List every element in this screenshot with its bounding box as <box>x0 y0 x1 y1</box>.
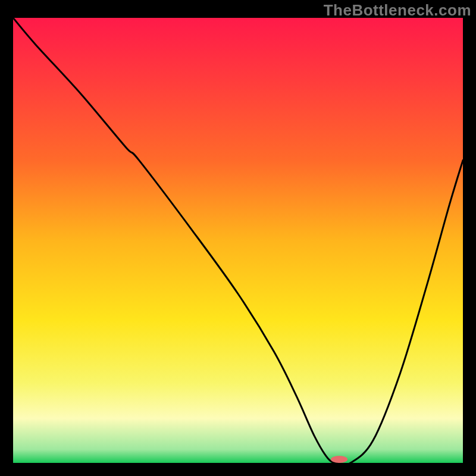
watermark-text: TheBottleneck.com <box>324 1 471 20</box>
optimum-marker <box>331 456 347 463</box>
chart-frame: TheBottleneck.com <box>0 0 476 476</box>
gradient-bg <box>13 18 463 463</box>
plot-area <box>13 18 463 463</box>
chart-svg <box>13 18 463 463</box>
